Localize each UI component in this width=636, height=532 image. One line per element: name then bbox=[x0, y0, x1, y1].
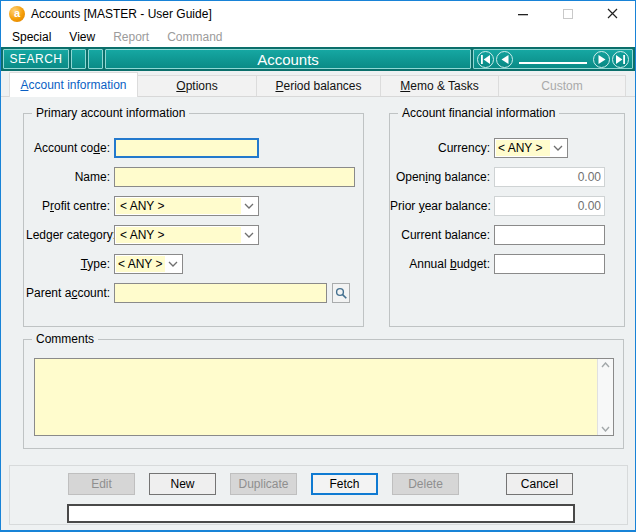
close-button[interactable] bbox=[590, 1, 635, 26]
label-text-post: e: bbox=[100, 141, 110, 155]
label-text-post: ear balance: bbox=[425, 199, 491, 213]
tab-options[interactable]: Options bbox=[138, 75, 257, 96]
financial-group-title: Account financial information bbox=[398, 106, 559, 120]
comments-field bbox=[34, 358, 614, 436]
account-code-input[interactable] bbox=[114, 138, 259, 158]
label-text-pre: Open bbox=[396, 170, 425, 184]
name-input[interactable] bbox=[114, 167, 355, 187]
app-icon: a bbox=[9, 6, 25, 22]
prior-year-balance-label: Prior year balance: bbox=[390, 199, 490, 213]
chevron-down-icon bbox=[165, 256, 181, 272]
annual-budget-label: Annual budget: bbox=[390, 257, 490, 271]
menu-view[interactable]: View bbox=[60, 28, 104, 46]
label-text-key: d bbox=[93, 141, 100, 155]
currency-select[interactable]: < ANY > bbox=[494, 138, 568, 158]
type-value: < ANY > bbox=[116, 256, 165, 272]
banner-segment bbox=[71, 49, 86, 69]
label-text-post: count: bbox=[77, 286, 110, 300]
label-text-pre: Account co bbox=[34, 141, 93, 155]
record-navigator bbox=[473, 49, 633, 69]
banner-title: Accounts bbox=[105, 49, 471, 69]
close-icon bbox=[607, 8, 618, 19]
previous-record-icon bbox=[501, 55, 509, 64]
tab-label-key: O bbox=[176, 79, 185, 93]
label-text-pre: Ledger cate bbox=[26, 228, 89, 242]
tab-bar: Account information Options Period balan… bbox=[1, 71, 635, 97]
menu-bar: Special View Report Command bbox=[1, 26, 635, 47]
menu-report: Report bbox=[104, 28, 158, 46]
status-field[interactable] bbox=[67, 504, 575, 523]
current-balance-input[interactable] bbox=[494, 225, 605, 245]
edit-button: Edit bbox=[68, 473, 135, 495]
opening-balance-label: Opening balance: bbox=[390, 170, 490, 184]
tab-memo-tasks[interactable]: Memo & Tasks bbox=[381, 75, 499, 96]
primary-account-group-title: Primary account information bbox=[32, 106, 189, 120]
last-record-icon bbox=[616, 55, 625, 64]
tab-label-key: M bbox=[400, 79, 410, 93]
label-text-pre: Currency: bbox=[438, 141, 490, 155]
financial-group: Account financial information Currency: … bbox=[389, 113, 625, 327]
magnifier-icon bbox=[335, 287, 348, 300]
previous-record-button[interactable] bbox=[496, 51, 513, 68]
label-text-pre: Parent a bbox=[26, 286, 71, 300]
parent-account-input[interactable] bbox=[114, 283, 327, 303]
last-record-button[interactable] bbox=[612, 51, 629, 68]
parent-account-label: Parent account: bbox=[26, 286, 110, 300]
first-record-button[interactable] bbox=[477, 51, 494, 68]
tab-label-post: ccount information bbox=[28, 78, 126, 92]
profit-centre-label: Profit centre: bbox=[26, 199, 110, 213]
record-position-indicator bbox=[519, 62, 587, 64]
tab-period-balances[interactable]: Period balances bbox=[257, 75, 381, 96]
tab-label-key: P bbox=[275, 79, 283, 93]
label-text-post: ofit centre: bbox=[54, 199, 110, 213]
cancel-button[interactable]: Cancel bbox=[506, 473, 573, 495]
tab-account-information[interactable]: Account information bbox=[9, 72, 138, 97]
currency-value: < ANY > bbox=[496, 140, 550, 156]
minimize-icon bbox=[518, 9, 528, 19]
parent-account-lookup-button[interactable] bbox=[332, 283, 350, 303]
tab-label-key: A bbox=[20, 78, 28, 92]
tab-label-pre: Custom bbox=[541, 79, 582, 93]
window-title: Accounts [MASTER - User Guide] bbox=[31, 7, 212, 21]
next-record-button[interactable] bbox=[593, 51, 610, 68]
duplicate-button: Duplicate bbox=[230, 473, 297, 495]
menu-special[interactable]: Special bbox=[3, 28, 60, 46]
delete-button: Delete bbox=[392, 473, 459, 495]
account-code-label: Account code: bbox=[26, 141, 110, 155]
label-text-post: ype: bbox=[87, 257, 110, 271]
maximize-icon bbox=[563, 9, 573, 19]
type-select[interactable]: < ANY > bbox=[114, 254, 183, 274]
scroll-up-icon[interactable] bbox=[601, 362, 610, 368]
currency-label: Currency: bbox=[390, 141, 490, 155]
label-text-pre: Annual bbox=[409, 257, 450, 271]
comments-group-title: Comments bbox=[32, 332, 98, 346]
current-balance-label: Current balance: bbox=[390, 228, 490, 242]
ledger-category-select[interactable]: < ANY > bbox=[114, 225, 259, 245]
new-button[interactable]: New bbox=[149, 473, 216, 495]
scroll-down-icon[interactable] bbox=[601, 426, 610, 432]
tab-label-post: eriod balances bbox=[283, 79, 361, 93]
tab-custom: Custom bbox=[499, 75, 626, 96]
window-controls bbox=[500, 1, 635, 26]
accounts-window: a Accounts [MASTER - User Guide] Special… bbox=[0, 0, 636, 532]
search-mode-indicator: SEARCH bbox=[3, 49, 69, 69]
comments-textarea[interactable] bbox=[35, 359, 597, 435]
comments-scrollbar[interactable] bbox=[597, 359, 613, 435]
minimize-button[interactable] bbox=[500, 1, 545, 26]
opening-balance-input bbox=[494, 167, 605, 187]
first-record-icon bbox=[481, 55, 490, 64]
label-text-pre: Current balance: bbox=[401, 228, 490, 242]
annual-budget-input[interactable] bbox=[494, 254, 605, 274]
type-label: Type: bbox=[26, 257, 110, 271]
fetch-button[interactable]: Fetch bbox=[311, 473, 378, 495]
primary-account-group: Primary account information Account code… bbox=[23, 113, 364, 327]
label-text-post: udget: bbox=[457, 257, 490, 271]
prior-year-balance-input bbox=[494, 196, 605, 216]
tab-label-post: ptions bbox=[186, 79, 218, 93]
label-text-key: b bbox=[450, 257, 457, 271]
title-bar: a Accounts [MASTER - User Guide] bbox=[1, 1, 635, 26]
profit-centre-select[interactable]: < ANY > bbox=[114, 196, 259, 216]
name-label: Name: bbox=[26, 170, 110, 184]
tab-label-post: emo & Tasks bbox=[410, 79, 478, 93]
label-text-pre: Name: bbox=[75, 170, 110, 184]
